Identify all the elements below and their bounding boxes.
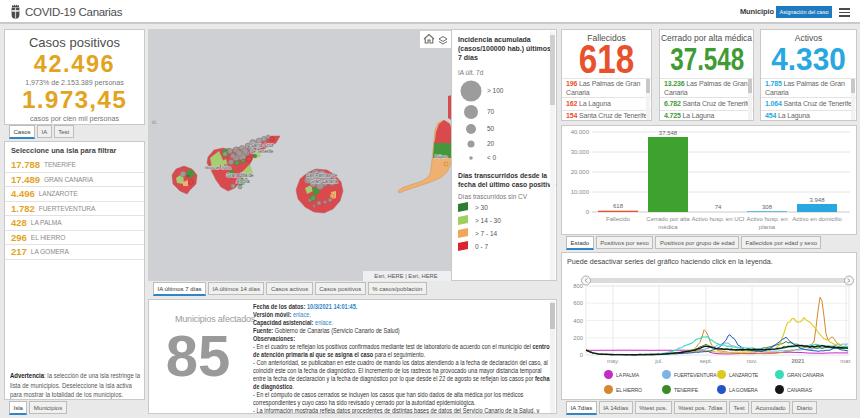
svg-text:Activo hosp. en: Activo hosp. en — [746, 216, 787, 222]
svg-text:30.000: 30.000 — [571, 149, 590, 155]
svg-text:de Tenerife: de Tenerife — [251, 149, 274, 154]
svg-text:Santa Cruz: Santa Cruz — [251, 143, 275, 148]
svg-text:37.548: 37.548 — [659, 130, 678, 136]
svg-text:50: 50 — [487, 125, 495, 132]
svg-text:mar.: mar. — [840, 358, 852, 364]
svg-text:10.000: 10.000 — [571, 189, 590, 195]
svg-text:2021: 2021 — [792, 358, 806, 364]
svg-text:Cerrado por alta: Cerrado por alta — [646, 216, 690, 222]
svg-text:Esri, HERE | Esri, HERE: Esri, HERE | Esri, HERE — [374, 273, 437, 279]
svg-text:Guía de Isora: Guía de Isora — [205, 165, 232, 170]
svg-text:Fallecido: Fallecido — [606, 216, 631, 222]
svg-text:jul.: jul. — [654, 358, 663, 364]
svg-text:200: 200 — [573, 335, 583, 341]
svg-text:20.000: 20.000 — [571, 169, 590, 175]
svg-text:< 0: < 0 — [487, 154, 497, 161]
svg-text:Activo en domicilio: Activo en domicilio — [792, 216, 842, 222]
svg-text:Pájara: Pájara — [435, 154, 448, 159]
svg-text:médica: médica — [658, 224, 678, 230]
svg-text:20: 20 — [487, 140, 495, 147]
svg-text:40.000: 40.000 — [571, 129, 590, 135]
svg-text:74: 74 — [715, 204, 722, 210]
svg-text:> 7 - 14: > 7 - 14 — [475, 230, 498, 237]
svg-text:> 14 - 30: > 14 - 30 — [475, 217, 501, 224]
svg-text:0: 0 — [580, 352, 583, 358]
svg-text:70: 70 — [487, 108, 495, 115]
svg-text:618: 618 — [613, 203, 624, 209]
svg-text:308: 308 — [762, 204, 773, 210]
svg-text:600: 600 — [573, 300, 583, 306]
svg-text:800: 800 — [573, 283, 583, 289]
svg-text:> 30: > 30 — [475, 204, 488, 211]
svg-text:id..: id.. — [152, 120, 158, 125]
svg-text:0: 0 — [586, 209, 590, 215]
svg-text:Gran Canaria: Gran Canaria — [310, 179, 338, 184]
svg-text:nov.: nov. — [747, 358, 758, 364]
svg-text:> 100: > 100 — [487, 87, 504, 94]
svg-text:Activo hosp. en UCI: Activo hosp. en UCI — [691, 216, 744, 222]
svg-text:Abona: Abona — [236, 179, 250, 184]
svg-text:400: 400 — [573, 318, 583, 324]
svg-text:may.: may. — [607, 358, 620, 364]
svg-text:planta: planta — [759, 224, 776, 230]
svg-text:sept.: sept. — [700, 358, 713, 364]
svg-text:3.948: 3.948 — [809, 197, 825, 203]
svg-text:Granadilla de: Granadilla de — [226, 173, 254, 178]
svg-text:0 - 7: 0 - 7 — [475, 243, 488, 250]
svg-text:Las Palmas de: Las Palmas de — [307, 173, 338, 178]
